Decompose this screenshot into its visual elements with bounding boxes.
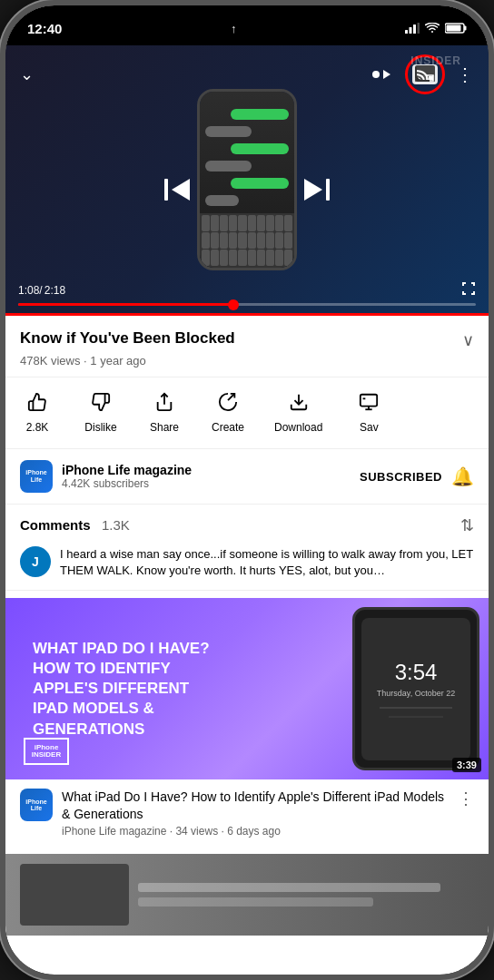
rec-video-title: What iPad Do I Have? How to Identify App… — [62, 789, 449, 821]
like-button[interactable]: 2.8K — [5, 387, 69, 439]
wifi-icon — [425, 21, 440, 36]
rec-device-mockup: 3:54 Thursday, October 22 — [352, 607, 479, 770]
save-label: Sav — [360, 421, 379, 434]
rec-views: 34 views — [175, 825, 218, 838]
svg-rect-12 — [326, 179, 330, 201]
comments-header: Comments 1.3K ⇅ — [20, 515, 474, 535]
download-button[interactable]: Download — [260, 387, 337, 439]
rec-thumbnail-text: WHAT IPAD DO I HAVE?HOW TO IDENTIFYAPPLE… — [5, 621, 352, 757]
video-title-section: Know if You've Been Blocked ∨ 478K views… — [5, 316, 489, 377]
share-icon — [154, 392, 174, 417]
phone-frame: 12:40 ↑ — [0, 0, 494, 980]
bottom-recommended-teaser — [5, 854, 489, 936]
recommended-video-card[interactable]: WHAT IPAD DO I HAVE?HOW TO IDENTIFYAPPLE… — [5, 598, 489, 846]
content-area: Know if You've Been Blocked ∨ 478K views… — [5, 316, 489, 936]
save-button[interactable]: Sav — [337, 387, 400, 439]
svg-rect-1 — [410, 27, 412, 34]
channel-info: iPhone Life magazine 4.42K subscribers — [62, 463, 351, 490]
video-player[interactable]: INSIDER ⌄ — [5, 45, 489, 313]
like-icon — [27, 392, 47, 417]
svg-rect-6 — [447, 24, 461, 31]
video-progress-section: 1:08 / 2:18 — [5, 281, 489, 313]
comments-section[interactable]: Comments 1.3K ⇅ J I heard a wise man say… — [5, 505, 489, 591]
channel-name[interactable]: iPhone Life magazine — [62, 463, 351, 477]
svg-rect-10 — [164, 179, 168, 201]
video-time-ago: 1 year ago — [90, 354, 145, 368]
rec-device-screen: 3:54 Thursday, October 22 — [361, 618, 471, 760]
svg-rect-2 — [413, 24, 416, 34]
rec-thumbnail: WHAT IPAD DO I HAVE?HOW TO IDENTIFYAPPLE… — [5, 598, 489, 779]
rec-thumb-duration: 3:39 — [452, 758, 481, 772]
comments-title-row: Comments 1.3K — [20, 517, 130, 534]
commenter-avatar: J — [20, 546, 51, 577]
skip-forward-button[interactable] — [302, 177, 330, 209]
rec-channel-avatar: iPhoneLife — [20, 789, 53, 821]
share-label: Share — [150, 421, 179, 434]
channel-subscribers: 4.42K subscribers — [62, 477, 351, 490]
dislike-icon — [91, 392, 111, 417]
channel-avatar: iPhoneLife — [20, 460, 53, 493]
insider-logo-text: iPhoneINSIDER — [32, 744, 61, 760]
create-button[interactable]: Create — [196, 387, 260, 439]
battery-icon — [445, 21, 467, 36]
like-count: 2.8K — [26, 421, 49, 434]
rec-video-info: iPhoneLife What iPad Do I Have? How to I… — [5, 779, 489, 846]
create-icon — [218, 392, 238, 417]
play-indicator — [369, 66, 394, 83]
subscribe-button[interactable]: SUBSCRIBED — [360, 470, 442, 484]
svg-marker-13 — [304, 179, 322, 201]
current-time: 1:08 — [18, 284, 39, 297]
video-minimize-button[interactable]: ⌄ — [20, 64, 34, 84]
channel-actions: SUBSCRIBED 🔔 — [360, 466, 474, 487]
cast-icon — [412, 64, 438, 84]
rec-time-ago: 6 days ago — [227, 825, 281, 838]
rec-device-time: 3:54 — [395, 660, 438, 685]
share-button[interactable]: Share — [133, 387, 196, 439]
download-label: Download — [274, 421, 322, 434]
time-separator: / — [39, 284, 42, 297]
video-title: Know if You've Been Blocked — [20, 328, 453, 348]
action-buttons-row: 2.8K Dislike — [5, 377, 489, 449]
comments-sort-button[interactable]: ⇅ — [460, 515, 474, 535]
insider-logo: iPhoneINSIDER — [24, 738, 69, 765]
svg-rect-16 — [361, 395, 377, 407]
video-meta: 478K views · 1 year ago — [20, 354, 474, 368]
status-time: 12:40 — [27, 21, 62, 36]
svg-marker-11 — [172, 179, 190, 201]
comments-title: Comments — [20, 517, 91, 533]
notification-bell-button[interactable]: 🔔 — [451, 466, 474, 487]
rec-more-options-button[interactable]: ⋮ — [458, 789, 474, 808]
status-bar: 12:40 ↑ — [5, 5, 489, 45]
signal-icon — [405, 21, 420, 36]
svg-rect-3 — [418, 23, 420, 34]
video-expand-icon[interactable]: ∨ — [462, 330, 474, 350]
rec-device-date: Thursday, October 22 — [377, 689, 455, 698]
progress-thumb[interactable] — [228, 299, 239, 310]
status-icons — [405, 21, 467, 36]
time-display: 1:08 / 2:18 — [18, 281, 476, 299]
total-time: 2:18 — [44, 284, 461, 297]
phone-inner: 12:40 ↑ — [5, 5, 489, 975]
status-arrow: ↑ — [231, 22, 237, 35]
dislike-button[interactable]: Dislike — [69, 387, 133, 439]
progress-fill — [18, 303, 233, 306]
skip-back-button[interactable] — [164, 177, 192, 209]
watermark: INSIDER — [410, 54, 461, 67]
rec-thumb-title: WHAT IPAD DO I HAVE?HOW TO IDENTIFYAPPLE… — [33, 639, 325, 739]
rec-video-meta: iPhone Life magazine · 34 views · 6 days… — [62, 825, 449, 838]
comments-count: 1.3K — [102, 517, 130, 533]
download-icon — [289, 392, 309, 417]
video-title-row: Know if You've Been Blocked ∨ — [20, 328, 474, 350]
save-icon — [359, 392, 379, 417]
video-views: 478K views — [20, 354, 80, 368]
comment-row: J I heard a wise man say once...if someo… — [20, 546, 474, 579]
rec-video-details: What iPad Do I Have? How to Identify App… — [62, 789, 449, 837]
dislike-label: Dislike — [84, 421, 116, 434]
comment-text: I heard a wise man say once...if someone… — [60, 546, 474, 579]
fullscreen-button[interactable] — [461, 281, 476, 299]
svg-rect-0 — [405, 30, 408, 34]
rec-channel-name: iPhone Life magazine — [62, 825, 166, 838]
channel-section: iPhoneLife iPhone Life magazine 4.42K su… — [5, 449, 489, 505]
svg-rect-5 — [464, 25, 467, 30]
progress-track[interactable] — [18, 303, 476, 306]
